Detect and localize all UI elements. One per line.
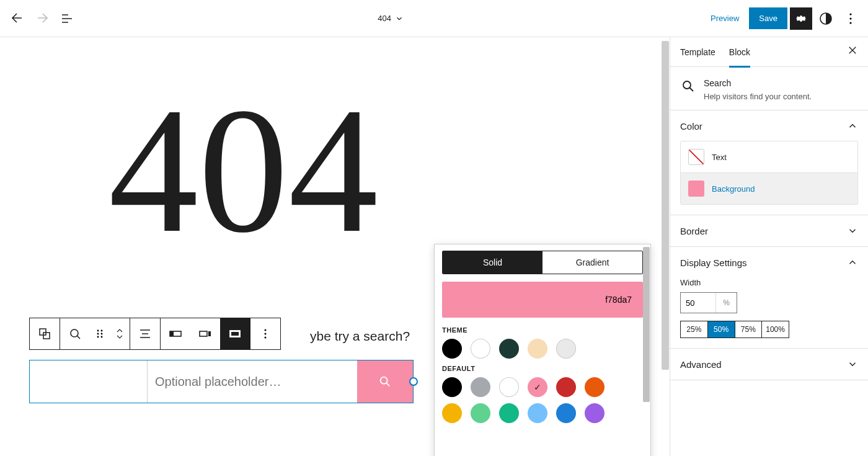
parent-block-button[interactable] bbox=[30, 318, 60, 350]
svg-point-2 bbox=[849, 17, 851, 19]
color-swatch[interactable] bbox=[499, 377, 519, 397]
color-popover: Solid Gradient f78da7 THEME DEFAULT ✓ bbox=[434, 244, 651, 456]
styles-button[interactable] bbox=[815, 7, 837, 30]
panel-display-toggle[interactable]: Display Settings bbox=[670, 247, 868, 278]
svg-point-23 bbox=[381, 377, 388, 384]
settings-sidebar: Template Block Search Help visitors find… bbox=[670, 37, 868, 456]
resize-handle[interactable] bbox=[409, 377, 418, 386]
width-label: Width bbox=[680, 278, 858, 287]
close-sidebar-button[interactable] bbox=[847, 45, 858, 59]
svg-point-24 bbox=[683, 81, 691, 89]
width-preset[interactable]: 100% bbox=[762, 321, 789, 338]
color-row-text[interactable]: Text bbox=[680, 141, 858, 173]
editor-canvas[interactable]: 404 ybe try a search? bbox=[0, 37, 670, 456]
color-swatch[interactable] bbox=[499, 403, 519, 423]
preview-button[interactable]: Preview bbox=[703, 9, 746, 28]
button-position-button[interactable] bbox=[190, 318, 220, 350]
panel-color-toggle[interactable]: Color bbox=[670, 110, 868, 141]
list-view-button[interactable] bbox=[56, 7, 78, 30]
color-swatch[interactable] bbox=[442, 377, 462, 397]
color-swatch[interactable] bbox=[471, 377, 490, 397]
drag-handle[interactable] bbox=[90, 318, 110, 350]
current-color-swatch[interactable]: f78da7 bbox=[442, 282, 643, 318]
block-type-icon[interactable] bbox=[60, 318, 90, 350]
default-palette-label: DEFAULT bbox=[442, 365, 643, 372]
search-submit-button[interactable] bbox=[357, 360, 413, 403]
color-row-background[interactable]: Background bbox=[680, 172, 858, 205]
color-swatch[interactable] bbox=[556, 403, 576, 423]
svg-point-22 bbox=[265, 337, 267, 339]
background-color-swatch bbox=[688, 181, 704, 197]
svg-point-3 bbox=[849, 22, 851, 24]
color-swatch[interactable]: ✓ bbox=[528, 377, 547, 397]
tab-template[interactable]: Template bbox=[680, 38, 715, 66]
color-swatch[interactable] bbox=[585, 403, 604, 423]
search-placeholder-input[interactable] bbox=[148, 360, 357, 403]
width-preset[interactable]: 25% bbox=[681, 321, 708, 338]
current-hex: f78da7 bbox=[605, 295, 632, 305]
align-button[interactable] bbox=[130, 318, 160, 350]
color-swatch[interactable] bbox=[442, 403, 462, 423]
tab-block[interactable]: Block bbox=[729, 38, 750, 66]
color-swatch[interactable] bbox=[499, 339, 519, 359]
chevron-down-icon bbox=[847, 225, 858, 236]
text-color-swatch bbox=[688, 149, 704, 165]
width-presets: 25%50%75%100% bbox=[680, 321, 789, 338]
toggle-label-button[interactable] bbox=[161, 318, 190, 350]
panel-border-toggle[interactable]: Border bbox=[670, 215, 868, 246]
redo-button[interactable] bbox=[31, 7, 53, 30]
block-name: Search bbox=[704, 78, 812, 88]
search-block[interactable] bbox=[29, 360, 414, 403]
svg-point-7 bbox=[97, 330, 99, 332]
color-swatch[interactable] bbox=[528, 339, 547, 359]
tab-solid[interactable]: Solid bbox=[443, 251, 542, 274]
color-swatch[interactable] bbox=[442, 339, 462, 359]
color-swatch[interactable] bbox=[471, 339, 490, 359]
svg-point-9 bbox=[97, 333, 99, 335]
tab-gradient[interactable]: Gradient bbox=[542, 251, 642, 274]
width-preset[interactable]: 75% bbox=[735, 321, 763, 338]
svg-rect-14 bbox=[170, 331, 174, 336]
color-swatch[interactable] bbox=[556, 377, 576, 397]
block-card: Search Help visitors find your content. bbox=[670, 67, 868, 110]
chevron-up-icon bbox=[847, 120, 858, 132]
top-toolbar: 404 Preview Save bbox=[0, 0, 868, 37]
svg-point-21 bbox=[265, 333, 267, 335]
color-swatch[interactable] bbox=[528, 403, 547, 423]
svg-rect-16 bbox=[208, 331, 211, 336]
hint-text: ybe try a search? bbox=[310, 329, 410, 344]
panel-color: Color Text Background bbox=[670, 110, 868, 215]
block-toolbar bbox=[29, 318, 280, 350]
theme-palette-label: THEME bbox=[442, 326, 643, 334]
more-menu-button[interactable] bbox=[839, 7, 862, 30]
svg-point-12 bbox=[101, 336, 103, 338]
default-palette-row2 bbox=[442, 403, 643, 423]
document-title[interactable]: 404 bbox=[378, 14, 404, 23]
popover-scrollbar[interactable] bbox=[643, 247, 650, 456]
width-input[interactable] bbox=[681, 298, 715, 308]
color-swatch[interactable] bbox=[556, 339, 576, 359]
svg-rect-5 bbox=[43, 333, 50, 339]
settings-button[interactable] bbox=[790, 7, 812, 30]
svg-point-1 bbox=[849, 13, 851, 15]
svg-rect-15 bbox=[200, 331, 207, 336]
panel-advanced-toggle[interactable]: Advanced bbox=[670, 349, 868, 380]
back-button[interactable] bbox=[6, 7, 29, 30]
color-swatch[interactable] bbox=[585, 377, 604, 397]
canvas-scrollbar[interactable] bbox=[661, 37, 670, 456]
hero-404-text: 404 bbox=[0, 37, 670, 261]
color-swatch[interactable] bbox=[471, 403, 490, 423]
save-button[interactable]: Save bbox=[749, 7, 787, 29]
theme-palette bbox=[442, 339, 643, 359]
width-unit[interactable]: % bbox=[715, 293, 737, 313]
title-text: 404 bbox=[378, 14, 391, 23]
panel-advanced: Advanced bbox=[670, 349, 868, 380]
search-label-area[interactable] bbox=[30, 360, 148, 403]
button-icon-only-button[interactable] bbox=[220, 318, 250, 350]
block-options-button[interactable] bbox=[250, 318, 280, 350]
width-preset[interactable]: 50% bbox=[708, 321, 735, 338]
move-up-down[interactable] bbox=[110, 318, 130, 350]
svg-rect-4 bbox=[40, 329, 46, 335]
svg-point-20 bbox=[265, 329, 267, 331]
width-input-wrapper: % bbox=[680, 292, 737, 313]
